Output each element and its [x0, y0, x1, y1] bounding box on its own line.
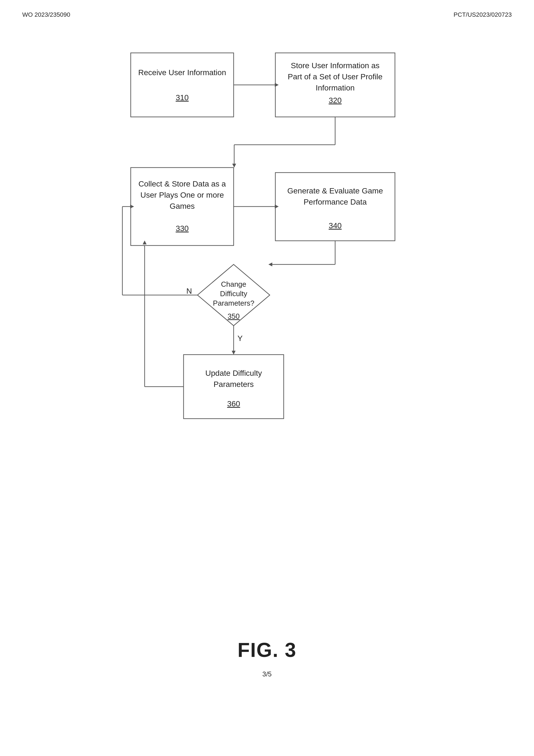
- svg-text:Games: Games: [170, 202, 195, 210]
- svg-text:Information: Information: [316, 84, 355, 92]
- svg-text:Update Difficulty: Update Difficulty: [205, 369, 262, 377]
- svg-text:Performance Data: Performance Data: [303, 198, 367, 206]
- svg-text:Receive User Information: Receive User Information: [138, 68, 226, 77]
- svg-rect-18: [275, 173, 395, 241]
- svg-marker-7: [275, 83, 279, 87]
- svg-marker-23: [268, 262, 272, 266]
- label-350: 350: [227, 312, 240, 320]
- svg-text:Generate & Evaluate Game: Generate & Evaluate Game: [287, 186, 383, 195]
- svg-text:Parameters?: Parameters?: [213, 299, 254, 307]
- svg-marker-11: [232, 164, 236, 168]
- header: WO 2023/235090 PCT/US2023/020723: [0, 0, 534, 18]
- header-left: WO 2023/235090: [22, 11, 70, 18]
- label-330: 330: [176, 224, 189, 233]
- svg-text:Part of a Set of User Profile: Part of a Set of User Profile: [288, 72, 383, 81]
- svg-text:Collect & Store Data as a: Collect & Store Data as a: [139, 179, 226, 188]
- svg-text:Change: Change: [221, 280, 246, 288]
- svg-marker-31: [130, 204, 134, 208]
- fig-label: FIG. 3: [0, 638, 534, 662]
- flowchart-svg: Receive User Information 310 Store User …: [114, 44, 420, 615]
- svg-text:Difficulty: Difficulty: [220, 289, 247, 298]
- svg-text:Store User Information as: Store User Information as: [291, 61, 379, 70]
- label-y: Y: [238, 334, 243, 343]
- svg-rect-0: [131, 53, 234, 117]
- page: WO 2023/235090 PCT/US2023/020723 Receive…: [0, 0, 534, 756]
- label-n: N: [186, 287, 192, 295]
- svg-marker-33: [232, 351, 236, 355]
- page-number: 3/5: [0, 670, 534, 678]
- svg-text:User Plays One or more: User Plays One or more: [140, 191, 224, 199]
- label-360: 360: [227, 399, 240, 408]
- label-320: 320: [329, 96, 342, 105]
- svg-text:Parameters: Parameters: [214, 380, 254, 389]
- diagram-container: Receive User Information 310 Store User …: [114, 44, 420, 615]
- svg-marker-40: [143, 240, 146, 244]
- label-310: 310: [176, 93, 189, 102]
- header-right: PCT/US2023/020723: [454, 11, 512, 18]
- label-340: 340: [329, 221, 342, 230]
